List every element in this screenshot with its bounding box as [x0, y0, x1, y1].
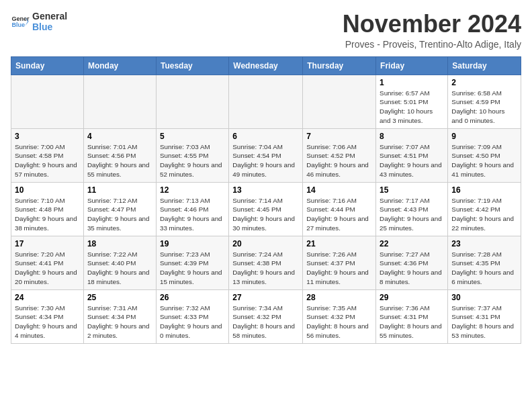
calendar-cell: 10Sunrise: 7:10 AMSunset: 4:48 PMDayligh…: [11, 182, 84, 236]
cell-info: Sunrise: 7:22 AMSunset: 4:40 PMDaylight:…: [87, 250, 152, 287]
calendar-cell: 21Sunrise: 7:26 AMSunset: 4:37 PMDayligh…: [303, 236, 376, 289]
cell-info: Sunrise: 7:12 AMSunset: 4:47 PMDaylight:…: [87, 196, 152, 233]
day-number: 12: [160, 185, 225, 195]
day-number: 7: [306, 132, 372, 141]
calendar-cell: 16Sunrise: 7:19 AMSunset: 4:42 PMDayligh…: [448, 182, 521, 236]
cell-info: Sunrise: 7:34 AMSunset: 4:32 PMDaylight:…: [232, 304, 299, 340]
cell-info: Sunrise: 7:26 AMSunset: 4:37 PMDaylight:…: [306, 250, 372, 287]
cell-info: Sunrise: 7:32 AMSunset: 4:33 PMDaylight:…: [160, 304, 225, 340]
week-row-3: 17Sunrise: 7:20 AMSunset: 4:41 PMDayligh…: [11, 236, 521, 289]
cell-info: Sunrise: 7:20 AMSunset: 4:41 PMDaylight:…: [15, 250, 80, 287]
cell-info: Sunrise: 6:57 AMSunset: 5:01 PMDaylight:…: [380, 89, 444, 126]
calendar-cell: 22Sunrise: 7:27 AMSunset: 4:36 PMDayligh…: [376, 236, 448, 289]
calendar-cell: 29Sunrise: 7:36 AMSunset: 4:31 PMDayligh…: [376, 289, 448, 343]
calendar-body: 1Sunrise: 6:57 AMSunset: 5:01 PMDaylight…: [11, 75, 521, 343]
day-number: 6: [232, 132, 299, 141]
calendar-cell: 15Sunrise: 7:17 AMSunset: 4:43 PMDayligh…: [376, 182, 448, 236]
calendar-cell: 18Sunrise: 7:22 AMSunset: 4:40 PMDayligh…: [83, 236, 156, 289]
calendar-cell: [303, 75, 376, 128]
cell-info: Sunrise: 7:23 AMSunset: 4:39 PMDaylight:…: [160, 250, 225, 287]
calendar-cell: 8Sunrise: 7:07 AMSunset: 4:51 PMDaylight…: [376, 128, 448, 182]
cell-info: Sunrise: 7:10 AMSunset: 4:48 PMDaylight:…: [15, 196, 80, 233]
cell-info: Sunrise: 7:30 AMSunset: 4:34 PMDaylight:…: [15, 304, 80, 340]
logo-icon: General Blue: [11, 12, 30, 31]
cell-info: Sunrise: 7:06 AMSunset: 4:52 PMDaylight:…: [306, 142, 372, 179]
cell-info: Sunrise: 7:37 AMSunset: 4:31 PMDaylight:…: [451, 304, 517, 340]
cell-info: Sunrise: 7:09 AMSunset: 4:50 PMDaylight:…: [451, 142, 517, 179]
day-number: 13: [232, 185, 299, 195]
day-number: 30: [451, 293, 517, 302]
day-number: 15: [380, 185, 444, 195]
day-number: 19: [160, 239, 225, 248]
svg-text:General: General: [11, 15, 30, 22]
header-thursday: Thursday: [303, 56, 376, 75]
calendar-cell: 26Sunrise: 7:32 AMSunset: 4:33 PMDayligh…: [156, 289, 228, 343]
calendar-cell: [156, 75, 228, 128]
day-number: 27: [232, 293, 299, 302]
day-number: 17: [15, 239, 80, 248]
day-number: 11: [87, 185, 152, 195]
calendar-cell: 17Sunrise: 7:20 AMSunset: 4:41 PMDayligh…: [11, 236, 84, 289]
calendar-cell: 25Sunrise: 7:31 AMSunset: 4:34 PMDayligh…: [83, 289, 156, 343]
day-number: 10: [15, 185, 80, 195]
calendar-cell: 9Sunrise: 7:09 AMSunset: 4:50 PMDaylight…: [448, 128, 521, 182]
cell-info: Sunrise: 7:17 AMSunset: 4:43 PMDaylight:…: [380, 196, 444, 233]
calendar-header-row: SundayMondayTuesdayWednesdayThursdayFrid…: [11, 56, 521, 75]
logo-line2: Blue: [32, 21, 67, 32]
day-number: 23: [451, 239, 517, 248]
day-number: 29: [380, 293, 444, 302]
day-number: 5: [160, 132, 225, 141]
cell-info: Sunrise: 7:28 AMSunset: 4:35 PMDaylight:…: [451, 250, 517, 287]
header-saturday: Saturday: [448, 56, 521, 75]
day-number: 3: [15, 132, 80, 141]
calendar-cell: 7Sunrise: 7:06 AMSunset: 4:52 PMDaylight…: [303, 128, 376, 182]
svg-text:Blue: Blue: [11, 21, 25, 28]
calendar-cell: 1Sunrise: 6:57 AMSunset: 5:01 PMDaylight…: [376, 75, 448, 128]
week-row-2: 10Sunrise: 7:10 AMSunset: 4:48 PMDayligh…: [11, 182, 521, 236]
header-wednesday: Wednesday: [229, 56, 303, 75]
logo: General Blue General Blue: [11, 11, 67, 32]
calendar-cell: [83, 75, 156, 128]
week-row-4: 24Sunrise: 7:30 AMSunset: 4:34 PMDayligh…: [11, 289, 521, 343]
day-number: 25: [87, 293, 152, 302]
cell-info: Sunrise: 7:19 AMSunset: 4:42 PMDaylight:…: [451, 196, 517, 233]
day-number: 24: [15, 293, 80, 302]
cell-info: Sunrise: 7:16 AMSunset: 4:44 PMDaylight:…: [306, 196, 372, 233]
header-sunday: Sunday: [11, 56, 84, 75]
day-number: 2: [451, 78, 517, 87]
calendar-cell: 13Sunrise: 7:14 AMSunset: 4:45 PMDayligh…: [229, 182, 303, 236]
cell-info: Sunrise: 7:07 AMSunset: 4:51 PMDaylight:…: [380, 142, 444, 179]
calendar-cell: 5Sunrise: 7:03 AMSunset: 4:55 PMDaylight…: [156, 128, 228, 182]
day-number: 14: [306, 185, 372, 195]
logo-line1: General: [32, 11, 67, 21]
cell-info: Sunrise: 7:24 AMSunset: 4:38 PMDaylight:…: [232, 250, 299, 287]
calendar-cell: 11Sunrise: 7:12 AMSunset: 4:47 PMDayligh…: [83, 182, 156, 236]
cell-info: Sunrise: 7:03 AMSunset: 4:55 PMDaylight:…: [160, 142, 225, 179]
cell-info: Sunrise: 7:14 AMSunset: 4:45 PMDaylight:…: [232, 196, 299, 233]
location-subtitle: Proves - Proveis, Trentino-Alto Adige, I…: [343, 39, 521, 50]
cell-info: Sunrise: 7:01 AMSunset: 4:56 PMDaylight:…: [87, 142, 152, 179]
day-number: 20: [232, 239, 299, 248]
calendar-cell: [229, 75, 303, 128]
title-area: November 2024 Proves - Proveis, Trentino…: [343, 11, 521, 50]
cell-info: Sunrise: 6:58 AMSunset: 4:59 PMDaylight:…: [451, 89, 517, 126]
calendar-cell: 3Sunrise: 7:00 AMSunset: 4:58 PMDaylight…: [11, 128, 84, 182]
week-row-0: 1Sunrise: 6:57 AMSunset: 5:01 PMDaylight…: [11, 75, 521, 128]
header-monday: Monday: [83, 56, 156, 75]
day-number: 9: [451, 132, 517, 141]
day-number: 18: [87, 239, 152, 248]
calendar-cell: 4Sunrise: 7:01 AMSunset: 4:56 PMDaylight…: [83, 128, 156, 182]
day-number: 1: [380, 78, 444, 87]
cell-info: Sunrise: 7:31 AMSunset: 4:34 PMDaylight:…: [87, 304, 152, 340]
header-tuesday: Tuesday: [156, 56, 228, 75]
calendar-cell: 30Sunrise: 7:37 AMSunset: 4:31 PMDayligh…: [448, 289, 521, 343]
calendar-cell: 27Sunrise: 7:34 AMSunset: 4:32 PMDayligh…: [229, 289, 303, 343]
month-title: November 2024: [343, 11, 521, 38]
cell-info: Sunrise: 7:00 AMSunset: 4:58 PMDaylight:…: [15, 142, 80, 179]
calendar-cell: 20Sunrise: 7:24 AMSunset: 4:38 PMDayligh…: [229, 236, 303, 289]
week-row-1: 3Sunrise: 7:00 AMSunset: 4:58 PMDaylight…: [11, 128, 521, 182]
cell-info: Sunrise: 7:13 AMSunset: 4:46 PMDaylight:…: [160, 196, 225, 233]
calendar-cell: 6Sunrise: 7:04 AMSunset: 4:54 PMDaylight…: [229, 128, 303, 182]
day-number: 28: [306, 293, 372, 302]
day-number: 21: [306, 239, 372, 248]
